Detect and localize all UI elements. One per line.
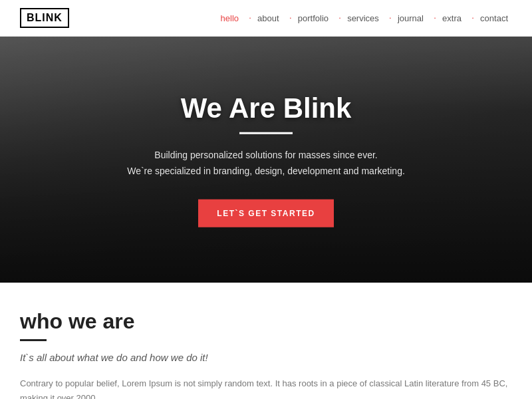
nav-separator-5: • xyxy=(434,16,436,20)
nav-separator-2: • xyxy=(290,16,291,20)
nav-item-extra[interactable]: extra xyxy=(438,13,466,23)
logo[interactable]: BLINK xyxy=(20,8,69,28)
nav-item-hello[interactable]: hello xyxy=(217,13,243,23)
hero-cta-button[interactable]: LET`S GET STARTED xyxy=(198,199,333,227)
nav-separator-1: • xyxy=(249,16,251,20)
about-title-underline xyxy=(20,339,47,341)
hero-subtitle-line2: We`re specialized in branding, design, d… xyxy=(127,166,405,176)
nav-item-about[interactable]: about xyxy=(253,13,283,23)
hero-title-underline xyxy=(239,132,293,134)
about-title: who we are xyxy=(20,309,512,334)
about-section: who we are It`s all about what we do and… xyxy=(0,283,532,399)
hero-title: We Are Blink xyxy=(66,92,466,124)
nav-separator-6: • xyxy=(472,16,473,20)
header: BLINK hello • about • portfolio • servic… xyxy=(0,0,532,37)
nav-item-journal[interactable]: journal xyxy=(394,13,428,23)
about-tagline: It`s all about what we do and how we do … xyxy=(20,352,512,363)
nav-item-services[interactable]: services xyxy=(343,13,383,23)
hero-content: We Are Blink Building personalized solut… xyxy=(66,92,466,227)
nav-item-portfolio[interactable]: portfolio xyxy=(294,13,332,23)
navigation: hello • about • portfolio • services • j… xyxy=(217,13,512,23)
nav-separator-3: • xyxy=(339,16,340,20)
hero-subtitle-line1: Building personalized solutions for mass… xyxy=(154,150,377,160)
hero-subtitle: Building personalized solutions for mass… xyxy=(66,148,466,180)
hero-section: We Are Blink Building personalized solut… xyxy=(0,37,532,283)
nav-separator-4: • xyxy=(390,16,391,20)
nav-item-contact[interactable]: contact xyxy=(476,13,512,23)
about-body-text: Contrary to popular belief, Lorem Ipsum … xyxy=(20,376,512,399)
